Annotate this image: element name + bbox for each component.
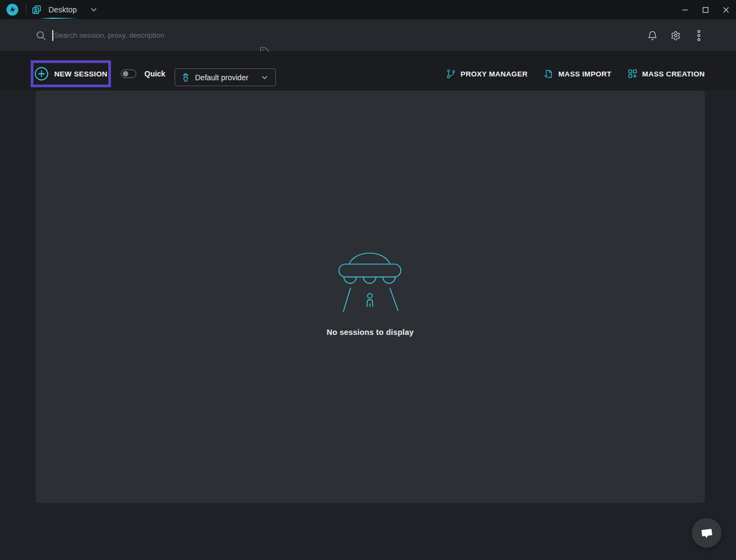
tab-label: Desktop: [48, 5, 77, 14]
quick-toggle[interactable]: [121, 69, 136, 78]
toolbar-actions: PROXY MANAGER MASS IMPORT MASS CREATION: [446, 52, 705, 90]
app-logo-icon: [6, 4, 18, 16]
speech-bubble-icon: [699, 525, 715, 541]
toggle-knob: [123, 71, 128, 76]
provider-selected-value: Default provider: [195, 73, 248, 82]
ufo-abduction-illustration: [338, 249, 402, 313]
proxy-manager-button[interactable]: PROXY MANAGER: [446, 69, 527, 79]
highlight-annotation: NEW SESSION: [31, 60, 111, 87]
close-button[interactable]: [716, 0, 736, 19]
document-plus-icon: [544, 69, 553, 79]
new-session-label: NEW SESSION: [54, 70, 108, 78]
profile-windows-icon: [31, 4, 42, 15]
kebab-menu-icon: [695, 30, 703, 41]
mass-creation-button[interactable]: MASS CREATION: [628, 69, 705, 79]
tab-desktop[interactable]: Desktop: [26, 0, 105, 19]
chat-support-button[interactable]: [692, 518, 721, 548]
empty-state: No sessions to display: [327, 249, 414, 337]
sessions-panel: No sessions to display: [36, 90, 705, 503]
proxy-manager-label: PROXY MANAGER: [461, 70, 527, 78]
mass-import-button[interactable]: MASS IMPORT: [544, 69, 612, 79]
empty-state-text: No sessions to display: [327, 328, 414, 337]
anonymous-person-icon: [182, 72, 189, 83]
active-tab-indicator: [41, 18, 79, 19]
app-window: Desktop: [0, 0, 736, 560]
more-menu-button[interactable]: [693, 30, 705, 41]
mass-import-label: MASS IMPORT: [558, 70, 612, 78]
maximize-icon: [702, 6, 709, 13]
chevron-down-icon: [90, 6, 98, 13]
branch-network-icon: [446, 69, 456, 79]
titlebar: Desktop: [0, 0, 736, 19]
chevron-down-icon: [261, 74, 268, 81]
minimize-button[interactable]: [675, 0, 695, 19]
quick-toggle-group: Quick: [121, 52, 165, 90]
toolbar: NEW SESSION Quick Default provider: [0, 52, 736, 90]
header-actions: [647, 19, 705, 52]
gear-icon: [670, 30, 681, 41]
notifications-button[interactable]: [647, 30, 658, 41]
text-cursor: [52, 30, 53, 41]
plus-circle-icon: [34, 67, 48, 81]
grid-plus-icon: [628, 69, 637, 79]
mass-creation-label: MASS CREATION: [642, 70, 705, 78]
bell-icon: [647, 30, 658, 41]
quick-label: Quick: [144, 69, 165, 78]
search-icon: [36, 30, 46, 41]
search-bar: [0, 19, 736, 52]
settings-button[interactable]: [670, 30, 682, 41]
new-session-button[interactable]: NEW SESSION: [33, 63, 108, 85]
search-input[interactable]: [54, 31, 248, 39]
maximize-button[interactable]: [695, 0, 716, 19]
window-controls: [675, 0, 736, 19]
provider-dropdown[interactable]: Default provider: [175, 68, 276, 86]
minimize-icon: [682, 6, 689, 13]
close-icon: [723, 6, 730, 13]
